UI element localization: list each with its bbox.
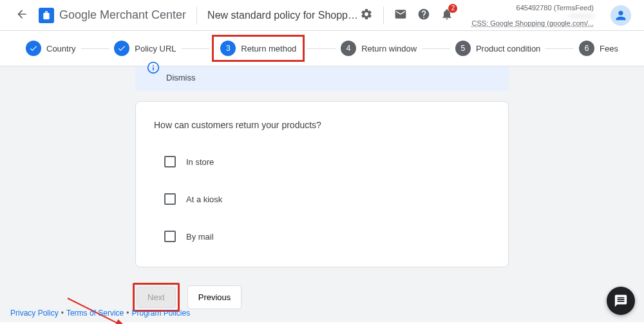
option-at-kiosk[interactable]: At a kiosk [164,193,490,205]
checkbox-icon[interactable] [164,193,176,205]
step-fees[interactable]: 6 Fees [579,41,618,56]
chat-fab-button[interactable] [607,287,635,315]
check-icon [114,41,129,56]
option-in-store[interactable]: In store [164,156,490,167]
checkbox-icon[interactable] [164,231,176,242]
info-banner: Dismiss [135,66,509,91]
step-connector [81,48,109,49]
next-button-highlight: Next [133,283,180,312]
mail-icon[interactable] [394,8,407,23]
page-title: New standard policy for Shopping ads and… [207,10,360,21]
info-icon [147,61,160,77]
program-link[interactable]: Program Policies [131,309,190,318]
header-divider [196,6,197,24]
previous-button[interactable]: Previous [187,285,242,309]
gear-icon[interactable] [360,8,373,23]
step-connector [422,48,450,49]
header-divider-2 [383,6,384,24]
terms-link[interactable]: Terms of Service [66,309,124,318]
step-policy-url[interactable]: Policy URL [114,41,176,56]
help-icon[interactable] [417,8,430,23]
step-connector [182,48,210,49]
step-number-icon: 5 [455,41,471,56]
app-header: Google Merchant Center New standard poli… [0,0,644,31]
question-text: How can customers return your products? [154,120,490,130]
chat-icon [614,294,628,308]
step-connector [545,48,574,49]
avatar-icon[interactable] [611,5,631,26]
check-icon [26,41,41,56]
notification-badge: 2 [448,4,457,13]
bell-icon[interactable]: 2 [440,8,453,23]
dismiss-button[interactable]: Dismiss [166,73,196,82]
brand-text: Google Merchant Center [59,8,186,22]
step-number-icon: 4 [341,41,356,56]
step-number-icon: 3 [220,41,236,56]
step-product-condition[interactable]: 5 Product condition [455,41,540,56]
next-button[interactable]: Next [137,287,176,308]
footer-links: Privacy Policy•Terms of Service•Program … [10,309,190,318]
step-country[interactable]: Country [26,41,76,56]
account-info: 645492780 (TermsFeed) xxxxxxx CSS: Googl… [471,4,594,27]
annotation-arrow-icon [64,292,142,324]
privacy-link[interactable]: Privacy Policy [10,309,59,318]
return-method-card: How can customers return your products? … [135,101,509,267]
back-arrow-icon[interactable] [13,5,31,26]
button-row: Next Previous [135,285,509,309]
checkbox-icon[interactable] [164,156,176,167]
step-active-highlight: 3 Return method [212,35,305,62]
step-return-window[interactable]: 4 Return window [341,41,417,56]
step-connector [307,48,336,49]
option-by-mail[interactable]: By mail [164,231,490,242]
step-return-method[interactable]: 3 Return method [220,41,296,56]
step-number-icon: 6 [579,41,594,56]
merchant-center-logo-icon [39,8,54,23]
content-area: Dismiss How can customers return your pr… [0,66,644,322]
stepper: Country Policy URL 3 Return method 4 Ret… [0,31,644,66]
